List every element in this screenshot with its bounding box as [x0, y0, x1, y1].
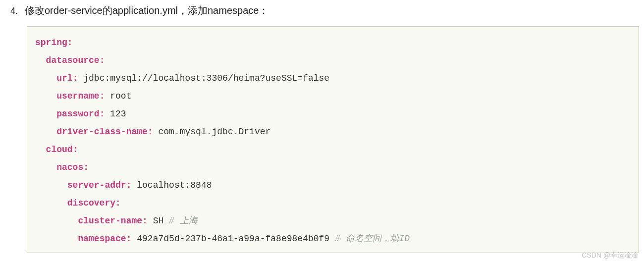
key-server-addr: server-addr	[67, 180, 126, 190]
watermark: CSDN @幸运淦淦	[582, 251, 638, 260]
comment-shanghai: # 上海	[169, 216, 198, 226]
key-datasource: datasource	[46, 55, 100, 65]
val-password: 123	[110, 109, 126, 119]
step-text: 修改order-service的application.yml，添加namesp…	[25, 4, 268, 17]
key-discovery: discovery	[67, 198, 115, 208]
comment-namespace: # 命名空间，填ID	[335, 234, 410, 244]
val-driver: com.mysql.jdbc.Driver	[158, 127, 270, 137]
key-password: password	[56, 109, 99, 119]
step-line: 4. 修改order-service的application.yml，添加nam…	[5, 4, 639, 17]
key-username: username	[56, 91, 99, 101]
step-number: 4.	[5, 6, 18, 16]
key-spring: spring	[35, 38, 67, 48]
key-driver-class-name: driver-class-name	[56, 127, 148, 137]
val-server-addr: localhost:8848	[137, 180, 212, 190]
val-username: root	[110, 91, 131, 101]
val-namespace: 492a7d5d-237b-46a1-a99a-fa8e98e4b0f9	[137, 234, 329, 244]
key-url: url	[56, 73, 72, 83]
key-namespace: namespace	[78, 234, 126, 244]
yaml-code-block: spring: datasource: url: jdbc:mysql://lo…	[27, 26, 639, 253]
key-cluster-name: cluster-name	[78, 216, 142, 226]
key-nacos: nacos	[56, 162, 83, 172]
val-cluster-name: SH	[153, 216, 164, 226]
val-url: jdbc:mysql://localhost:3306/heima?useSSL…	[83, 73, 329, 83]
key-cloud: cloud	[46, 145, 73, 155]
